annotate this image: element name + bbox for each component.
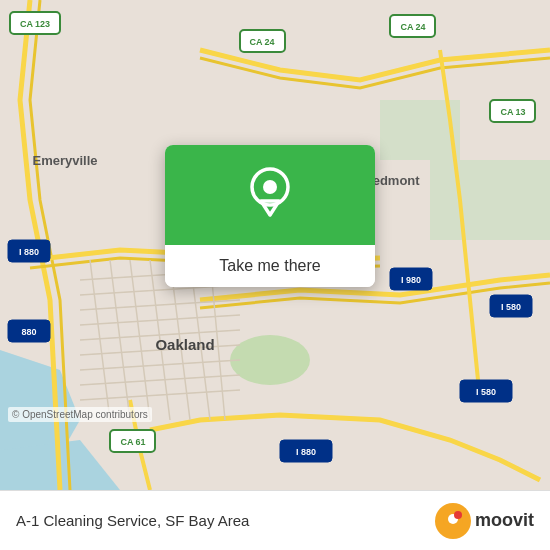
moovit-text: moovit (475, 510, 534, 531)
svg-text:I 880: I 880 (296, 447, 316, 457)
svg-text:CA 24: CA 24 (400, 22, 425, 32)
svg-point-50 (263, 180, 277, 194)
svg-text:CA 13: CA 13 (500, 107, 525, 117)
moovit-icon (435, 503, 471, 539)
svg-text:I 580: I 580 (476, 387, 496, 397)
take-me-there-button[interactable]: Take me there (165, 245, 375, 287)
svg-text:I 880: I 880 (19, 247, 39, 257)
take-me-there-card: Take me there (165, 145, 375, 287)
svg-text:CA 61: CA 61 (120, 437, 145, 447)
map-container: CA 123 CA 24 CA 24 CA 13 I 880 880 I 980… (0, 0, 550, 490)
bottom-bar: A-1 Cleaning Service, SF Bay Area moovit (0, 490, 550, 550)
card-green-section (165, 145, 375, 245)
svg-text:CA 24: CA 24 (249, 37, 274, 47)
svg-marker-54 (448, 527, 458, 535)
svg-text:880: 880 (21, 327, 36, 337)
svg-text:Emeryville: Emeryville (32, 153, 97, 168)
moovit-pin-svg (439, 507, 467, 535)
svg-text:Oakland: Oakland (155, 336, 214, 353)
svg-text:I 980: I 980 (401, 275, 421, 285)
svg-text:I 580: I 580 (501, 302, 521, 312)
svg-point-3 (230, 335, 310, 385)
svg-point-55 (454, 511, 462, 519)
moovit-logo: moovit (435, 503, 534, 539)
osm-attribution: © OpenStreetMap contributors (8, 407, 152, 422)
location-pin-icon (245, 165, 295, 225)
svg-text:CA 123: CA 123 (20, 19, 50, 29)
svg-rect-6 (430, 160, 550, 240)
location-title: A-1 Cleaning Service, SF Bay Area (16, 512, 249, 529)
svg-marker-51 (261, 201, 279, 215)
